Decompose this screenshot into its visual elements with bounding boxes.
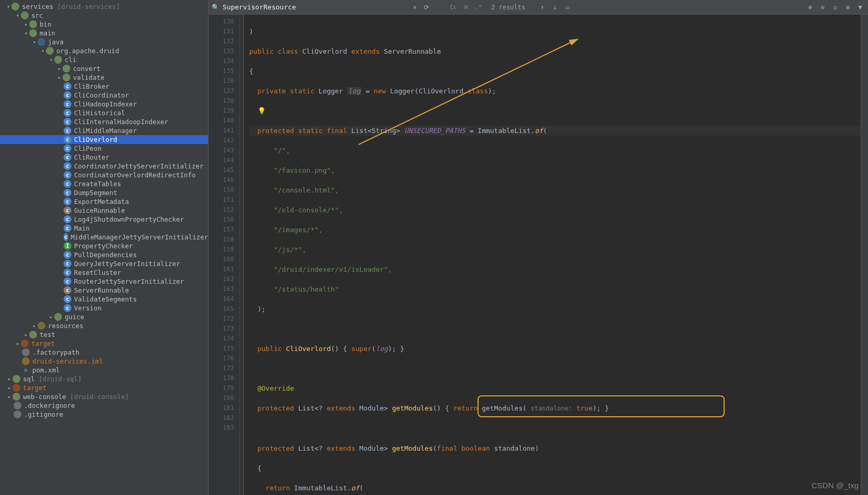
fold-gutter[interactable]: [240, 15, 244, 495]
tree-node-dockerignore[interactable]: .dockerignore: [0, 401, 208, 410]
tree-node-cli[interactable]: ▾ cli: [0, 55, 208, 64]
tree-node-webconsole[interactable]: ▸web-console [druid-console]: [0, 392, 208, 401]
tree-node-class[interactable]: cCliBroker: [0, 82, 208, 91]
match-case-toggle[interactable]: Cc: [448, 3, 459, 11]
line-number: 174: [209, 334, 234, 344]
class-icon: c: [64, 153, 71, 161]
class-icon: c: [64, 180, 71, 188]
tree-node-class[interactable]: cLog4jShutdownPropertyChecker: [0, 215, 208, 224]
tree-label: src: [31, 11, 43, 19]
intention-bulb-icon[interactable]: 💡: [258, 107, 266, 115]
search-icon: 🔍: [212, 4, 219, 11]
tree-node-services[interactable]: ▾ services [druid-services]: [0, 2, 208, 11]
class-icon: c: [64, 144, 71, 152]
prev-match-icon[interactable]: ↑: [537, 3, 547, 12]
line-number: 183: [209, 423, 234, 433]
next-match-icon[interactable]: ↓: [550, 3, 559, 12]
tree-node-class[interactable]: cCliRouter: [0, 153, 208, 162]
history-icon[interactable]: ⟳: [422, 4, 431, 11]
line-number: 177: [209, 364, 234, 373]
tree-node-class[interactable]: cMain: [0, 224, 208, 233]
tree-label: target: [31, 340, 55, 347]
add-selection-icon[interactable]: ⊕: [805, 3, 815, 12]
search-input[interactable]: [223, 3, 408, 11]
tree-node-guice[interactable]: ▸guice: [0, 312, 208, 321]
tree-label: target: [23, 384, 46, 392]
tree-node-pkg[interactable]: ▾ org.apache.druid: [0, 46, 208, 55]
tree-label: Main: [74, 224, 90, 232]
tree-node-bin[interactable]: ▸ bin: [0, 20, 208, 29]
tree-node-class[interactable]: cCliPeon: [0, 144, 208, 153]
select-all-icon[interactable]: ▭: [563, 3, 572, 12]
toggle-filter-icon[interactable]: ≡: [843, 3, 852, 12]
chevron-right-icon: ▸: [15, 341, 21, 346]
tree-node-target[interactable]: ▸target: [0, 339, 208, 348]
tree-node-class[interactable]: cCliHadoopIndexer: [0, 100, 208, 108]
remove-selection-icon[interactable]: ⊖: [818, 3, 827, 12]
tree-node-class[interactable]: cDumpSegment: [0, 188, 208, 197]
code-editor[interactable]: 130 131 132 133 134 135 136 137 138 139 …: [209, 15, 868, 495]
chevron-right-icon: ▸: [48, 314, 54, 320]
class-icon: c: [64, 304, 71, 312]
line-number: 151: [209, 195, 234, 205]
tree-node-validate[interactable]: ▸ validate: [0, 73, 208, 82]
tree-node-target2[interactable]: ▸target: [0, 383, 208, 392]
class-icon: c: [64, 260, 71, 268]
error-stripe[interactable]: [861, 15, 868, 495]
tree-node-resources[interactable]: ▸resources: [0, 321, 208, 330]
package-icon: [54, 56, 62, 64]
line-number: 139: [209, 106, 234, 116]
tree-node-class[interactable]: cExportMetadata: [0, 197, 208, 206]
tree-node-class[interactable]: cVersion: [0, 304, 208, 312]
tree-label: java: [48, 38, 64, 46]
tree-node-class[interactable]: cGuiceRunnable: [0, 206, 208, 215]
words-toggle[interactable]: W: [462, 3, 470, 11]
code-content[interactable]: ) public class CliOverlord extends Serve…: [244, 15, 861, 495]
regex-toggle[interactable]: .*: [473, 3, 484, 11]
interface-icon: I: [64, 242, 71, 250]
tree-node-class[interactable]: cQueryJettyServerInitializer: [0, 259, 208, 268]
tree-node-class[interactable]: IPropertyChecker: [0, 242, 208, 250]
tree-node-class[interactable]: cPullDependencies: [0, 250, 208, 259]
tree-node-main[interactable]: ▾ main: [0, 29, 208, 38]
tree-node-sql[interactable]: ▸sql [druid-sql]: [0, 375, 208, 383]
select-occurrences-icon[interactable]: ☑: [830, 3, 840, 12]
tree-node-src[interactable]: ▾ src: [0, 11, 208, 20]
line-number: 145: [209, 165, 234, 175]
tree-node-test[interactable]: ▸test: [0, 330, 208, 339]
tree-node-class[interactable]: cCoordinatorOverlordRedirectInfo: [0, 171, 208, 179]
clear-icon[interactable]: ×: [411, 4, 419, 11]
folder-icon: [29, 331, 37, 339]
tree-node-class[interactable]: cCliHistorical: [0, 108, 208, 117]
tree-node-class[interactable]: cMiddleManagerJettyServerInitializer: [0, 233, 208, 242]
tree-node-class[interactable]: cResetCluster: [0, 268, 208, 277]
tree-label: GuiceRunnable: [74, 207, 125, 214]
line-number: 173: [209, 324, 234, 334]
tree-node-class[interactable]: cServerRunnable: [0, 286, 208, 295]
tree-node-class[interactable]: cCliInternalHadoopIndexer: [0, 117, 208, 126]
tree-node-gitignore[interactable]: .gitignore: [0, 410, 208, 419]
source-folder-icon: [38, 38, 45, 46]
tree-node-factorypath[interactable]: .factorypath: [0, 348, 208, 357]
tree-node-iml[interactable]: druid-services.iml: [0, 357, 208, 366]
module-icon: [13, 393, 20, 401]
tree-node-pom[interactable]: mpom.xml: [0, 366, 208, 375]
tree-label: MiddleManagerJettyServerInitializer: [71, 233, 208, 241]
tree-node-class[interactable]: cValidateSegments: [0, 295, 208, 304]
tree-node-convert[interactable]: ▸ convert: [0, 64, 208, 73]
tree-node-class-selected[interactable]: cCliOverlord: [0, 135, 208, 144]
tree-node-class[interactable]: cRouterJettyServerInitializer: [0, 277, 208, 286]
tree-node-class[interactable]: cCliMiddleManager: [0, 126, 208, 135]
tree-label: RouterJettyServerInitializer: [74, 277, 184, 285]
tree-node-class[interactable]: cCoordinatorJettyServerInitializer: [0, 162, 208, 171]
tree-label: pom.xml: [32, 366, 60, 374]
class-icon: c: [64, 109, 71, 117]
project-tree[interactable]: ▾ services [druid-services] ▾ src ▸ bin …: [0, 0, 209, 495]
tree-node-class[interactable]: cCliCoordinator: [0, 91, 208, 100]
tree-node-java[interactable]: ▾ java: [0, 38, 208, 46]
folder-icon: [29, 20, 37, 28]
tree-node-class[interactable]: cCreateTables: [0, 179, 208, 188]
class-icon: c: [64, 251, 71, 259]
package-icon: [54, 313, 62, 321]
filter-icon[interactable]: ▼: [855, 3, 865, 12]
